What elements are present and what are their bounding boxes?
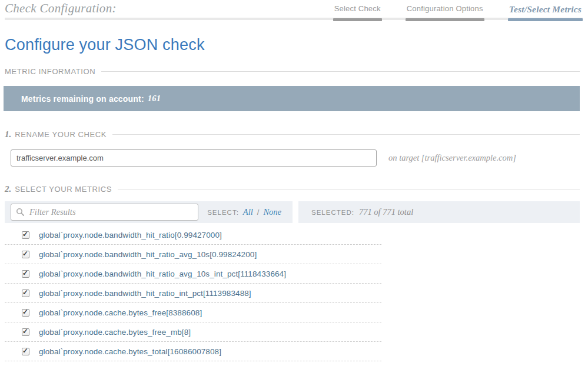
metric-checkbox[interactable]	[22, 328, 29, 336]
metric-label: global`proxy.node.cache.bytes_free_mb[8]	[39, 328, 191, 337]
select-metrics-section-header: 2. SELECT YOUR METRICS	[5, 184, 580, 194]
metric-information-label: METRIC INFORMATION	[5, 67, 95, 76]
metrics-remaining-label: Metrics remaining on account:	[21, 94, 144, 104]
metric-information-section-header: METRIC INFORMATION	[5, 67, 580, 76]
metric-checkbox[interactable]	[22, 270, 29, 278]
target-note: on target [trafficserver.example.com]	[388, 153, 516, 163]
metric-row: global`proxy.node.cache.bytes_free_mb[8]	[5, 322, 381, 342]
tab-select-check-label: Select Check	[333, 4, 382, 13]
metric-checkbox[interactable]	[22, 251, 29, 258]
page-header-title: Check Configuration:	[5, 1, 117, 16]
magnifier-icon	[16, 208, 25, 217]
top-bar: Check Configuration: Select Check Config…	[5, 0, 580, 21]
metric-row: global`proxy.node.cache.bytes_free[83886…	[5, 303, 381, 322]
select-all-link[interactable]: All	[243, 207, 253, 217]
section-rule	[101, 71, 580, 72]
tab-test-select-metrics-label: Test/Select Metrics	[508, 4, 583, 15]
metrics-remaining-banner: Metrics remaining on account: 161	[4, 86, 580, 111]
metric-row: global`proxy.node.cache.bytes_total[1608…	[5, 342, 381, 361]
select-label: SELECT:	[207, 209, 239, 216]
metric-label: global`proxy.node.bandwidth_hit_ratio[0.…	[39, 231, 222, 239]
metric-checkbox[interactable]	[22, 348, 29, 355]
metric-label: global`proxy.node.bandwidth_hit_ratio_av…	[39, 269, 286, 278]
tab-configuration-options[interactable]: Configuration Options	[406, 4, 484, 21]
filter-search-box[interactable]	[11, 204, 198, 221]
check-name-input[interactable]	[11, 149, 377, 167]
metric-row: global`proxy.node.bandwidth_hit_ratio_in…	[5, 284, 381, 303]
metric-row: global`proxy.node.bandwidth_hit_ratio_av…	[5, 264, 381, 284]
tab-select-check-underline	[333, 18, 382, 21]
metric-label: global`proxy.node.bandwidth_hit_ratio_av…	[39, 250, 257, 259]
metric-checkbox[interactable]	[22, 309, 29, 317]
metric-list: global`proxy.node.bandwidth_hit_ratio[0.…	[5, 225, 381, 366]
metrics-filter-toolbar: SELECT: All / None SELECTED: 771 of 771 …	[5, 201, 580, 223]
tab-configuration-options-underline	[406, 18, 484, 21]
metric-label: global`proxy.node.cache.bytes_free[83886…	[39, 308, 202, 317]
selected-count-panel: SELECTED: 771 of 771 total	[298, 201, 580, 223]
metric-row: global`proxy.node.cache.bytes_total_mb[1…	[5, 361, 381, 366]
rename-section-number: 1.	[5, 129, 11, 139]
metric-row: global`proxy.node.bandwidth_hit_ratio[0.…	[5, 225, 381, 245]
select-section-number: 2.	[5, 184, 11, 194]
page-title: Configure your JSON check	[5, 36, 580, 54]
tab-select-check[interactable]: Select Check	[333, 4, 382, 21]
select-separator: /	[257, 208, 260, 217]
tab-test-select-metrics-underline	[508, 18, 583, 21]
wizard-tabs: Select Check Configuration Options Test/…	[333, 4, 583, 21]
metric-checkbox[interactable]	[22, 231, 29, 239]
rename-section-label: RENAME YOUR CHECK	[15, 130, 107, 139]
tab-test-select-metrics[interactable]: Test/Select Metrics	[508, 4, 583, 21]
selected-label: SELECTED:	[311, 209, 354, 216]
section-rule	[112, 134, 580, 135]
filter-results-input[interactable]	[29, 204, 198, 220]
rename-section-header: 1. RENAME YOUR CHECK	[5, 129, 580, 139]
metric-label: global`proxy.node.cache.bytes_total[1608…	[39, 347, 221, 356]
metric-checkbox[interactable]	[22, 290, 29, 297]
rename-row: on target [trafficserver.example.com]	[5, 149, 580, 167]
filter-panel: SELECT: All / None	[5, 201, 293, 223]
metric-label: global`proxy.node.bandwidth_hit_ratio_in…	[39, 289, 251, 298]
selected-count-value: 771 of 771 total	[359, 207, 413, 217]
select-section-label: SELECT YOUR METRICS	[15, 185, 112, 194]
select-links: SELECT: All / None	[207, 207, 285, 217]
metrics-remaining-value: 161	[148, 94, 161, 104]
select-none-link[interactable]: None	[263, 207, 281, 217]
tab-configuration-options-label: Configuration Options	[406, 4, 484, 13]
metric-row: global`proxy.node.bandwidth_hit_ratio_av…	[5, 245, 381, 264]
check-configuration-page: Check Configuration: Select Check Config…	[0, 0, 588, 366]
section-rule	[118, 189, 580, 189]
